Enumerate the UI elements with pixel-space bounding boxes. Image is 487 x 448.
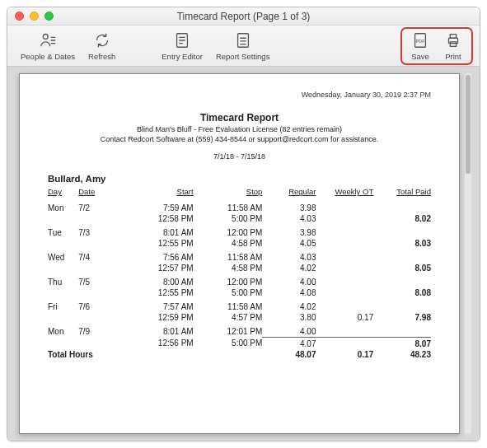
cell-start: 7:56 AM bbox=[120, 249, 193, 263]
cell-regular: 4.03 bbox=[262, 249, 316, 263]
cell-start: 8:00 AM bbox=[120, 273, 193, 287]
report-subtitle-line2: Contact Redcort Software at (559) 434-85… bbox=[101, 135, 378, 143]
cell-stop: 4:57 PM bbox=[194, 312, 263, 323]
cell-regular: 4.00 bbox=[262, 273, 316, 287]
cell-regular: 4.07 bbox=[262, 338, 316, 350]
totals-label: Total Hours bbox=[48, 349, 120, 360]
window-frame: Timecard Report (Page 1 of 3) People & D… bbox=[7, 7, 480, 441]
table-row: 12:58 PM5:00 PM4.038.02 bbox=[48, 213, 431, 224]
cell-regular: 4.02 bbox=[262, 263, 316, 273]
col-regular: Regular bbox=[262, 187, 316, 199]
cell-total-paid: 7.98 bbox=[373, 312, 431, 323]
cell-stop: 12:00 PM bbox=[194, 273, 263, 287]
cell-stop: 11:58 AM bbox=[194, 298, 263, 312]
cell-regular: 3.98 bbox=[262, 199, 316, 213]
cell-stop: 5:00 PM bbox=[194, 338, 263, 350]
svg-rect-15 bbox=[450, 34, 456, 38]
table-row: 12:59 PM4:57 PM3.800.177.98 bbox=[48, 312, 431, 323]
cell-weekly-ot bbox=[316, 323, 373, 338]
svg-rect-8 bbox=[237, 33, 248, 47]
cell-day: Tue bbox=[48, 224, 78, 238]
cell-stop: 12:01 PM bbox=[194, 323, 263, 338]
col-date: Date bbox=[78, 187, 120, 199]
svg-text:PDF: PDF bbox=[416, 38, 426, 43]
cell-stop: 5:00 PM bbox=[194, 213, 263, 224]
cell-total-paid: 8.05 bbox=[373, 263, 431, 273]
cell-regular: 4.05 bbox=[262, 238, 316, 249]
cell-total-paid: 8.02 bbox=[373, 213, 431, 224]
cell-weekly-ot: 0.17 bbox=[316, 312, 373, 323]
cell-regular: 4.03 bbox=[262, 213, 316, 224]
report-page: Wednesday, January 30, 2019 2:37 PM Time… bbox=[19, 73, 460, 434]
cell-total-paid bbox=[373, 249, 431, 263]
cell-start: 7:59 AM bbox=[120, 199, 193, 213]
col-day: Day bbox=[48, 187, 78, 199]
cell-stop: 5:00 PM bbox=[194, 287, 263, 298]
cell-weekly-ot bbox=[316, 199, 373, 213]
cell-stop: 12:00 PM bbox=[194, 224, 263, 238]
employee-name: Bullard, Amy bbox=[48, 174, 431, 184]
cell-regular: 4.02 bbox=[262, 298, 316, 312]
timecard-table: Day Date Start Stop Regular Weekly OT To… bbox=[48, 187, 431, 360]
entry-editor-label: Entry Editor bbox=[162, 52, 203, 61]
print-label: Print bbox=[445, 52, 461, 61]
report-subtitle: Blind Man's Bluff - Free Evaluation Lice… bbox=[48, 125, 431, 144]
cell-weekly-ot bbox=[316, 213, 373, 224]
cell-stop: 11:58 AM bbox=[194, 199, 263, 213]
cell-total-paid: 8.07 bbox=[373, 338, 431, 350]
table-row: Wed7/47:56 AM11:58 AM4.03 bbox=[48, 249, 431, 263]
cell-day: Fri bbox=[48, 298, 78, 312]
cell-date bbox=[78, 263, 120, 273]
svg-point-0 bbox=[43, 34, 48, 39]
cell-total-paid: 8.08 bbox=[373, 287, 431, 298]
refresh-icon bbox=[92, 30, 112, 50]
toolbar-mid-group: Entry Editor Report Settings bbox=[155, 29, 276, 63]
entry-editor-button[interactable]: Entry Editor bbox=[155, 29, 209, 63]
totals-regular: 48.07 bbox=[262, 349, 316, 360]
person-icon bbox=[38, 30, 58, 50]
cell-date: 7/9 bbox=[78, 323, 120, 338]
zoom-window-button[interactable] bbox=[44, 12, 54, 21]
table-row: Mon7/27:59 AM11:58 AM3.98 bbox=[48, 199, 431, 213]
vertical-scrollbar[interactable] bbox=[465, 73, 471, 434]
totals-total-paid: 48.23 bbox=[373, 349, 431, 360]
report-range: 7/1/18 - 7/15/18 bbox=[48, 152, 431, 161]
cell-regular: 3.98 bbox=[262, 224, 316, 238]
cell-total-paid bbox=[373, 224, 431, 238]
cell-day: Mon bbox=[48, 323, 78, 338]
cell-total-paid bbox=[373, 323, 431, 338]
cell-date: 7/3 bbox=[78, 224, 120, 238]
cell-day: Mon bbox=[48, 199, 78, 213]
cell-regular: 3.80 bbox=[262, 312, 316, 323]
report-settings-label: Report Settings bbox=[216, 52, 269, 61]
document-edit-icon bbox=[172, 30, 192, 50]
cell-day bbox=[48, 287, 78, 298]
minimize-window-button[interactable] bbox=[30, 12, 39, 21]
cell-weekly-ot bbox=[316, 249, 373, 263]
people-and-dates-label: People & Dates bbox=[21, 52, 75, 61]
cell-weekly-ot bbox=[316, 238, 373, 249]
cell-start: 7:57 AM bbox=[120, 298, 193, 312]
toolbar-left-group: People & Dates Refresh bbox=[14, 29, 122, 63]
print-button[interactable]: Print bbox=[437, 29, 470, 63]
refresh-button[interactable]: Refresh bbox=[82, 29, 122, 63]
save-button[interactable]: PDF Save bbox=[404, 29, 437, 63]
window-title: Timecard Report (Page 1 of 3) bbox=[7, 11, 480, 22]
cell-day: Wed bbox=[48, 249, 78, 263]
cell-day bbox=[48, 263, 78, 273]
cell-regular: 4.00 bbox=[262, 323, 316, 338]
table-row: Tue7/38:01 AM12:00 PM3.98 bbox=[48, 224, 431, 238]
col-weekly-ot: Weekly OT bbox=[316, 187, 373, 199]
totals-row: Total Hours 48.07 0.17 48.23 bbox=[48, 349, 431, 360]
scrollbar-thumb[interactable] bbox=[466, 75, 471, 174]
totals-weekly-ot: 0.17 bbox=[316, 349, 373, 360]
report-settings-button[interactable]: Report Settings bbox=[209, 29, 276, 63]
table-row: 12:56 PM5:00 PM4.078.07 bbox=[48, 338, 431, 350]
cell-regular: 4.08 bbox=[262, 287, 316, 298]
people-and-dates-button[interactable]: People & Dates bbox=[14, 29, 82, 63]
cell-total-paid bbox=[373, 298, 431, 312]
close-window-button[interactable] bbox=[15, 12, 24, 21]
cell-start: 8:01 AM bbox=[120, 224, 193, 238]
toolbar: People & Dates Refresh Entry Editor bbox=[7, 26, 480, 67]
toolbar-right-actions-highlight: PDF Save Print bbox=[400, 27, 473, 65]
